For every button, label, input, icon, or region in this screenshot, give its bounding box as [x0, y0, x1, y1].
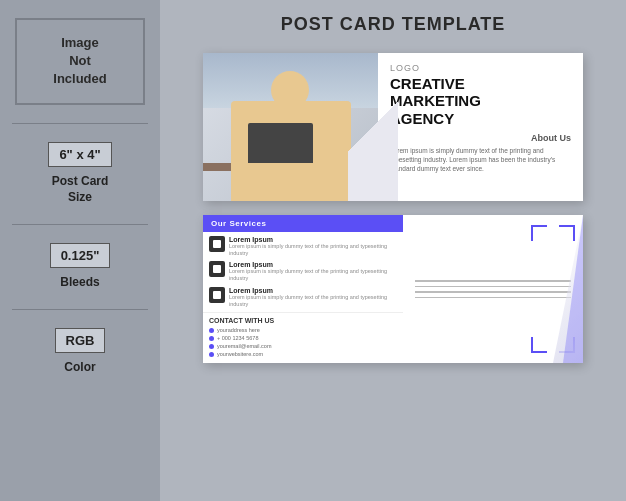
- service-title-2: Lorem Ipsum: [229, 261, 397, 268]
- services-list: Lorem Ipsum Lorem ipsum is simply dummy …: [203, 232, 403, 312]
- services-header: Our Services: [203, 215, 403, 232]
- brackets-top: [411, 225, 575, 241]
- address-lines: [411, 280, 575, 298]
- service-title-1: Lorem Ipsum: [229, 236, 397, 243]
- person-illustration: [203, 53, 378, 201]
- bleed-info: 0.125" Bleeds: [50, 243, 111, 291]
- contact-dot-4: [209, 352, 214, 357]
- divider-3: [12, 309, 148, 310]
- contact-phone: + 000 1234 5678: [217, 335, 258, 341]
- service-text-2: Lorem Ipsum Lorem ipsum is simply dummy …: [229, 261, 397, 282]
- bracket-bottom-left: [531, 337, 547, 353]
- card-image: [203, 53, 378, 201]
- contact-item-4: yourwebsitere.com: [209, 351, 397, 357]
- card-back-left: Our Services Lorem Ipsum Lorem ipsum is …: [203, 215, 403, 363]
- title-line1: CREATIVE: [390, 75, 571, 92]
- address-line-3: [415, 291, 571, 293]
- main-content: POST CARD TEMPLATE LOGO CREATIVE MARKETI…: [160, 0, 626, 501]
- card-back: Our Services Lorem Ipsum Lorem ipsum is …: [203, 215, 583, 363]
- divider-2: [12, 224, 148, 225]
- logo-text: LOGO: [390, 63, 571, 73]
- contact-title: CONTACT WITH US: [209, 317, 397, 324]
- contact-section: CONTACT WITH US youraddress here + 000 1…: [203, 312, 403, 363]
- contact-dot-1: [209, 328, 214, 333]
- contact-website: yourwebsitere.com: [217, 351, 263, 357]
- card-front-text: LOGO CREATIVE MARKETING AGENCY About Us …: [378, 53, 583, 201]
- contact-item-1: youraddress here: [209, 327, 397, 333]
- divider-1: [12, 123, 148, 124]
- contact-address: youraddress here: [217, 327, 260, 333]
- brackets-bottom: [411, 337, 575, 353]
- contact-dot-3: [209, 344, 214, 349]
- service-icon-1: [209, 236, 225, 252]
- address-line-4: [415, 297, 571, 299]
- card-back-right: [403, 215, 583, 363]
- title-line3: AGENCY: [390, 110, 571, 127]
- service-title-3: Lorem Ipsum: [229, 287, 397, 294]
- title-line2: MARKETING: [390, 92, 571, 109]
- image-placeholder: Image Not Included: [15, 18, 145, 105]
- address-line-1: [415, 280, 571, 282]
- card-front: LOGO CREATIVE MARKETING AGENCY About Us …: [203, 53, 583, 201]
- service-item-2: Lorem Ipsum Lorem ipsum is simply dummy …: [209, 261, 397, 282]
- service-text-3: Lorem Ipsum Lorem ipsum is simply dummy …: [229, 287, 397, 308]
- bleed-value: 0.125": [50, 243, 111, 268]
- page-title: POST CARD TEMPLATE: [281, 14, 506, 35]
- service-item-1: Lorem Ipsum Lorem ipsum is simply dummy …: [209, 236, 397, 257]
- address-line-2: [415, 286, 571, 288]
- contact-dot-2: [209, 336, 214, 341]
- service-item-3: Lorem Ipsum Lorem ipsum is simply dummy …: [209, 287, 397, 308]
- size-info: 6" x 4" Post CardSize: [48, 142, 111, 207]
- contact-item-2: + 000 1234 5678: [209, 335, 397, 341]
- bracket-top-right: [559, 225, 575, 241]
- service-icon-3: [209, 287, 225, 303]
- size-label: Post CardSize: [48, 173, 111, 207]
- service-icon-2: [209, 261, 225, 277]
- contact-item-3: youremail@email.com: [209, 343, 397, 349]
- service-desc-1: Lorem ipsum is simply dummy text of the …: [229, 243, 397, 257]
- color-value: RGB: [55, 328, 106, 353]
- size-value: 6" x 4": [48, 142, 111, 167]
- service-desc-2: Lorem ipsum is simply dummy text of the …: [229, 268, 397, 282]
- agency-title: CREATIVE MARKETING AGENCY: [390, 75, 571, 127]
- contact-email: youremail@email.com: [217, 343, 272, 349]
- laptop: [248, 123, 313, 163]
- color-info: RGB Color: [55, 328, 106, 376]
- about-label: About Us: [390, 133, 571, 143]
- bleed-label: Bleeds: [50, 274, 111, 291]
- bracket-top-left: [531, 225, 547, 241]
- sidebar: Image Not Included 6" x 4" Post CardSize…: [0, 0, 160, 501]
- color-label: Color: [55, 359, 106, 376]
- service-text-1: Lorem Ipsum Lorem ipsum is simply dummy …: [229, 236, 397, 257]
- service-desc-3: Lorem ipsum is simply dummy text of the …: [229, 294, 397, 308]
- about-text: Lorem ipsum is simply dummy text of the …: [390, 146, 571, 173]
